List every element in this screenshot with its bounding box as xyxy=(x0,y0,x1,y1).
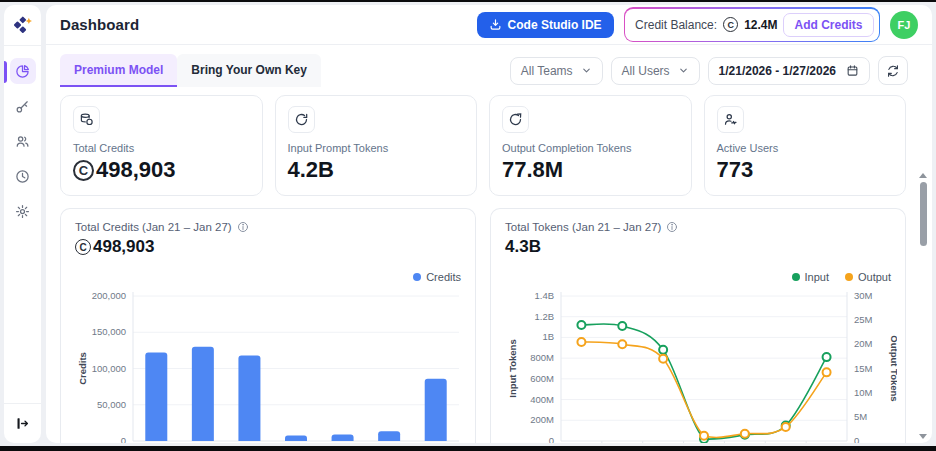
sidebar-item-usage-history[interactable] xyxy=(10,163,36,189)
sidebar-item-api-keys[interactable] xyxy=(10,93,36,119)
charts-row: Total Credits (Jan 21 – Jan 27) C 498,90… xyxy=(60,208,906,443)
gear-icon xyxy=(15,204,30,219)
calendar-icon xyxy=(846,64,859,77)
credits-coins-icon xyxy=(79,112,94,127)
tokens-line-chart[interactable]: 0200M400M600M800M1B1.2B1.4B05M10M15M20M2… xyxy=(505,286,891,443)
svg-text:Input Tokens: Input Tokens xyxy=(507,339,518,397)
stat-card-total-credits: Total Credits C 498,903 xyxy=(60,95,263,196)
svg-text:50,000: 50,000 xyxy=(97,399,126,410)
logo-icon xyxy=(12,14,34,36)
code-studio-ide-label: Code Studio IDE xyxy=(508,18,602,32)
svg-text:Credits: Credits xyxy=(77,352,88,385)
header-actions: Code Studio IDE Credit Balance: C 12.4M … xyxy=(477,7,918,42)
stat-label: Output Completion Tokens xyxy=(502,142,679,154)
toolbar: Premium Model Bring Your Own Key All Tea… xyxy=(46,45,932,87)
svg-text:400M: 400M xyxy=(530,394,554,405)
users-dropdown-value: All Users xyxy=(622,64,670,78)
stat-label: Active Users xyxy=(717,142,894,154)
page-header: Dashboard Code Studio IDE Credit Balance… xyxy=(46,5,932,45)
credit-symbol-icon: C xyxy=(75,239,91,255)
svg-text:1.4B: 1.4B xyxy=(534,290,554,301)
date-range-value: 1/21/2026 - 1/27/2026 xyxy=(719,64,836,78)
scrollbar-thumb[interactable] xyxy=(920,182,927,246)
teams-dropdown-value: All Teams xyxy=(521,64,573,78)
pie-chart-icon xyxy=(15,64,30,79)
total-tokens-chart-card: Total Tokens (Jan 21 – Jan 27) 4.3B Inpu… xyxy=(490,208,906,443)
chart-total-value: C 498,903 xyxy=(75,237,461,257)
sidebar-item-teams[interactable] xyxy=(10,128,36,154)
svg-text:10M: 10M xyxy=(854,387,873,398)
filter-bar: All Teams All Users 1/21/2026 - 1/27/202… xyxy=(510,56,908,85)
sidebar xyxy=(4,5,41,443)
info-icon[interactable] xyxy=(237,221,249,233)
refresh-icon xyxy=(886,64,900,78)
svg-text:15M: 15M xyxy=(854,363,873,374)
code-studio-ide-button[interactable]: Code Studio IDE xyxy=(477,12,614,38)
output-legend-dot xyxy=(845,273,853,281)
chart-total-value: 4.3B xyxy=(505,237,891,257)
credits-bar-chart[interactable]: 050,000100,000150,000200,000Credits xyxy=(75,286,461,443)
legend-label: Input xyxy=(805,271,829,283)
info-icon[interactable] xyxy=(666,221,678,233)
stat-card-active-users: Active Users 773 xyxy=(704,95,907,196)
credits-legend-dot xyxy=(413,273,421,281)
teams-dropdown[interactable]: All Teams xyxy=(510,57,603,85)
users-icon xyxy=(15,134,30,149)
add-credits-button[interactable]: Add Credits xyxy=(783,13,873,37)
svg-text:600M: 600M xyxy=(530,373,554,384)
input-legend-dot xyxy=(792,273,800,281)
chart-title: Total Tokens (Jan 21 – Jan 27) xyxy=(505,221,891,233)
sidebar-item-settings[interactable] xyxy=(10,198,36,224)
sidebar-nav xyxy=(4,46,41,403)
app-logo[interactable] xyxy=(4,5,41,46)
credit-symbol-icon: C xyxy=(73,160,94,181)
legend-label: Credits xyxy=(426,271,461,283)
cycle-out-icon xyxy=(508,112,523,127)
svg-text:20M: 20M xyxy=(854,338,873,349)
stat-label: Input Prompt Tokens xyxy=(288,142,465,154)
active-users-icon xyxy=(723,112,738,127)
stat-value: 773 xyxy=(717,157,894,183)
download-icon xyxy=(489,18,502,31)
svg-text:0: 0 xyxy=(121,435,126,443)
svg-text:1.2B: 1.2B xyxy=(534,311,554,322)
svg-text:30M: 30M xyxy=(854,290,873,301)
chart-title: Total Credits (Jan 21 – Jan 27) xyxy=(75,221,461,233)
stat-value: C 498,903 xyxy=(73,157,250,183)
date-range-picker[interactable]: 1/21/2026 - 1/27/2026 xyxy=(708,57,870,85)
credit-balance-pill: Credit Balance: C 12.4M Add Credits xyxy=(624,7,880,42)
svg-text:100,000: 100,000 xyxy=(92,363,126,374)
tab-premium-model[interactable]: Premium Model xyxy=(60,54,177,87)
credit-symbol-icon: C xyxy=(723,17,738,32)
page-title: Dashboard xyxy=(60,16,139,33)
chevron-down-icon xyxy=(581,65,592,76)
scroll-up-arrow-icon[interactable] xyxy=(919,173,927,178)
svg-text:150,000: 150,000 xyxy=(92,326,126,337)
stat-cards-row: Total Credits C 498,903 Input Prompt Tok… xyxy=(60,95,906,196)
tab-bar: Premium Model Bring Your Own Key xyxy=(60,54,321,87)
svg-text:200,000: 200,000 xyxy=(92,290,126,301)
legend-label: Output xyxy=(858,271,891,283)
refresh-button[interactable] xyxy=(878,56,908,85)
chart-legend: Credits xyxy=(75,271,461,283)
dashboard-content: Total Credits C 498,903 Input Prompt Tok… xyxy=(46,87,932,443)
credit-balance-label: Credit Balance: xyxy=(635,18,717,32)
svg-text:Output Tokens: Output Tokens xyxy=(889,335,897,401)
svg-text:0: 0 xyxy=(854,435,859,443)
svg-text:0: 0 xyxy=(549,435,554,443)
scroll-down-arrow-icon[interactable] xyxy=(919,434,927,439)
vertical-scrollbar[interactable] xyxy=(917,173,929,439)
sidebar-item-analytics[interactable] xyxy=(10,58,36,84)
tab-bring-your-own-key[interactable]: Bring Your Own Key xyxy=(177,54,321,87)
logout-button[interactable] xyxy=(4,403,41,443)
logout-icon xyxy=(15,416,30,431)
chart-legend: Input Output xyxy=(505,271,891,283)
credit-balance-value: 12.4M xyxy=(744,18,777,32)
avatar[interactable]: FJ xyxy=(890,11,918,39)
stat-value: 77.8M xyxy=(502,157,679,183)
users-dropdown[interactable]: All Users xyxy=(611,57,700,85)
svg-text:1B: 1B xyxy=(542,331,554,342)
stat-card-input-prompt-tokens: Input Prompt Tokens 4.2B xyxy=(275,95,478,196)
stat-value: 4.2B xyxy=(288,157,465,183)
svg-text:800M: 800M xyxy=(530,352,554,363)
